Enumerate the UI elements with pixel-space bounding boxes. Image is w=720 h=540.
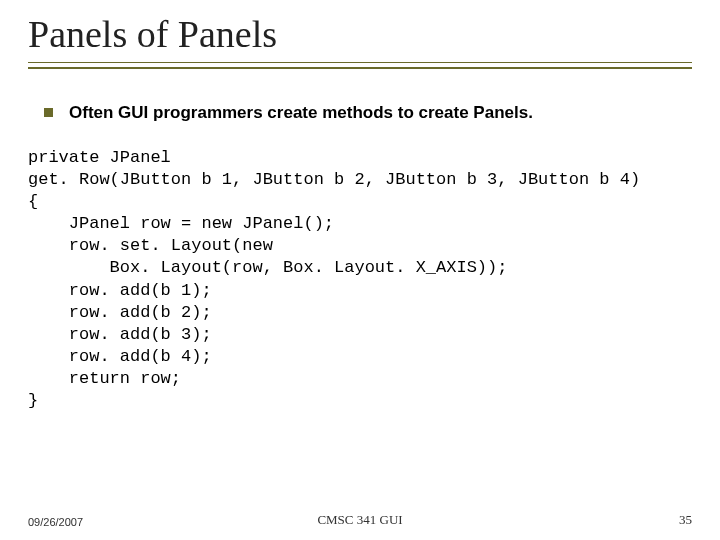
square-bullet-icon	[44, 108, 53, 117]
slide-title: Panels of Panels	[28, 12, 692, 56]
footer-date: 09/26/2007	[28, 516, 83, 528]
footer-center: CMSC 341 GUI	[317, 512, 402, 528]
code-block: private JPanel get. Row(JButton b 1, JBu…	[28, 147, 692, 412]
title-rule-outer: Panels of Panels	[28, 12, 692, 69]
title-rule-inner: Panels of Panels	[28, 12, 692, 63]
slide: Panels of Panels Often GUI programmers c…	[0, 0, 720, 540]
bullet-text: Often GUI programmers create methods to …	[69, 103, 533, 123]
footer-page-number: 35	[679, 512, 692, 528]
footer: 09/26/2007 CMSC 341 GUI 35	[28, 512, 692, 528]
bullet-item: Often GUI programmers create methods to …	[44, 103, 692, 123]
